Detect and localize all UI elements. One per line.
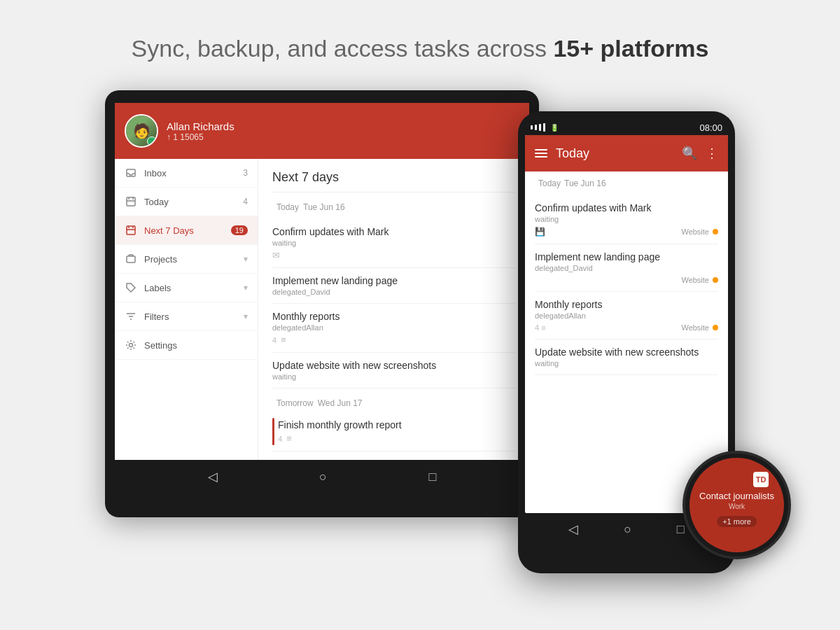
phone-time: 08:00 [699, 122, 722, 133]
main-content: Next 7 days TodayTue Jun 16 Confirm upda… [258, 159, 529, 460]
settings-icon [125, 339, 137, 351]
table-row: Confirm updates with Mark waiting ✉ [272, 219, 515, 268]
sidebar-item-projects[interactable]: Projects ▾ [115, 245, 258, 274]
sidebar-item-settings[interactable]: Settings [115, 331, 258, 360]
today-date-label: TodayTue Jun 16 [272, 202, 515, 212]
next7days-icon [125, 224, 137, 237]
list-item: Confirm updates with Mark waiting 💾 Webs… [535, 195, 718, 244]
watch-outer: TD Contact journalists Work +1 more [682, 451, 791, 559]
phone-home-button[interactable]: ○ [624, 522, 631, 537]
tablet-body: Inbox 3 Today 4 Next 7 Day [115, 159, 529, 460]
menu-icon[interactable] [535, 149, 547, 158]
priority-dot-2 [713, 277, 718, 283]
svg-point-4 [130, 318, 132, 320]
filters-icon [125, 310, 137, 323]
list-item: Implement new landing page delegated_Dav… [535, 244, 718, 292]
svg-rect-3 [127, 256, 135, 262]
signal-icons: 🔋 [531, 123, 559, 132]
sidebar-item-filters[interactable]: Filters ▾ [115, 302, 258, 331]
filters-chevron: ▾ [244, 312, 248, 321]
sidebar-count-inbox: 3 [243, 168, 248, 178]
today-icon [125, 195, 137, 208]
watch-device: TD Contact journalists Work +1 more [682, 451, 791, 559]
phone-header: Today 🔍 ⋮ [525, 135, 728, 172]
sidebar-item-today[interactable]: Today 4 [115, 188, 258, 216]
avatar: 🧑 [125, 114, 158, 148]
list-item: Update website with new screenshots wait… [535, 340, 718, 375]
avatar-badge [147, 136, 157, 146]
table-row: Monthly reports delegatedAllan 4 ≡ [272, 304, 515, 353]
sidebar-item-next7days[interactable]: Next 7 Days 19 [115, 216, 258, 245]
devices-container: 🧑 Allan Richards ↑ 1 15065 [35, 90, 805, 573]
section-title: Next 7 days [272, 170, 515, 192]
priority-dot [713, 229, 718, 234]
more-options-icon[interactable]: ⋮ [706, 146, 718, 161]
comment-icon-2: ≡ [286, 433, 292, 444]
sidebar-item-inbox[interactable]: Inbox 3 [115, 159, 258, 188]
sidebar-label-next7days: Next 7 Days [144, 225, 231, 236]
user-name: Allan Richards [167, 120, 234, 132]
svg-rect-2 [127, 226, 135, 234]
svg-rect-1 [127, 197, 135, 206]
projects-icon [125, 253, 137, 265]
labels-icon [125, 281, 137, 294]
user-points: ↑ 1 15065 [167, 132, 234, 142]
tablet-device: 🧑 Allan Richards ↑ 1 15065 [105, 90, 539, 517]
sidebar-label-settings: Settings [144, 340, 248, 351]
back-button[interactable]: ◁ [208, 469, 218, 484]
phone-today-label: TodayTue Jun 16 [535, 178, 718, 188]
watch-task-name: Contact journalists [699, 491, 774, 501]
watch-screen: TD Contact journalists Work +1 more [690, 458, 784, 552]
table-row: Finish monthly growth report 4 ≡ [272, 412, 515, 451]
watch-task-project: Work [729, 503, 745, 510]
home-button[interactable]: ○ [319, 470, 327, 484]
phone-status-bar: 🔋 08:00 [525, 120, 728, 135]
priority-dot-3 [713, 325, 718, 330]
phone-back-button[interactable]: ◁ [568, 522, 578, 537]
comment-icon: ≡ [281, 335, 286, 345]
headline-text: Sync, backup, and access tasks across 15… [132, 35, 709, 62]
headline: Sync, backup, and access tasks across 15… [132, 35, 709, 62]
watch-logo: TD [753, 472, 769, 487]
phone-title: Today [556, 146, 673, 161]
sidebar-label-projects: Projects [144, 254, 241, 265]
table-row: Update website with new screenshots wait… [272, 353, 515, 388]
tablet-header: 🧑 Allan Richards ↑ 1 15065 [115, 103, 529, 159]
search-icon[interactable]: 🔍 [682, 146, 697, 161]
sidebar-label-today: Today [144, 197, 243, 207]
sidebar-count-today: 4 [243, 197, 248, 206]
sidebar-item-labels[interactable]: Labels ▾ [115, 274, 258, 302]
inbox-icon [125, 167, 137, 179]
tomorrow-date-label: TomorrowWed Jun 17 [272, 398, 515, 408]
envelope-icon: ✉ [272, 250, 280, 260]
watch-more-label: +1 more [717, 516, 757, 527]
recent-button[interactable]: □ [428, 470, 436, 484]
main-content-inner: Next 7 days TodayTue Jun 16 Confirm upda… [258, 159, 529, 460]
table-row: Implement new landing page delegated_Dav… [272, 268, 515, 304]
labels-chevron: ▾ [244, 283, 248, 293]
sidebar-count-next7days: 19 [231, 225, 248, 235]
tablet-bottom-bar: ◁ ○ □ [115, 460, 529, 493]
tablet-screen: 🧑 Allan Richards ↑ 1 15065 [115, 103, 529, 460]
list-item: Monthly reports delegatedAllan 4 ≡ Websi… [535, 292, 718, 340]
sidebar-label-filters: Filters [144, 312, 241, 322]
sidebar-label-inbox: Inbox [144, 168, 243, 178]
svg-point-5 [130, 344, 133, 347]
projects-chevron: ▾ [244, 254, 248, 264]
sidebar: Inbox 3 Today 4 Next 7 Day [115, 159, 258, 460]
save-icon-small: 💾 [535, 227, 545, 237]
sidebar-label-labels: Labels [144, 283, 241, 293]
user-info: Allan Richards ↑ 1 15065 [167, 120, 234, 142]
